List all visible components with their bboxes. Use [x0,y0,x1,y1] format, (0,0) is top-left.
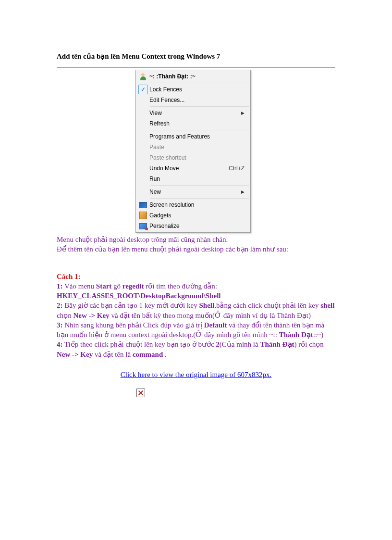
menu-label: Programs and Features [149,133,245,140]
menu-label: ~: :Thành Đạt: :~ [149,73,245,80]
menu-item-run[interactable]: Run [137,174,249,184]
menu-label: Screen resolution [149,201,245,208]
menu-item-new[interactable]: New ▶ [137,187,249,197]
broken-image-icon [136,389,145,397]
menu-separator [150,106,249,107]
original-image-link[interactable]: Click here to view the original image of… [121,371,272,378]
step-4: 4: Tiếp theo click phải chuột lên key bạ… [57,339,335,359]
menu-item-gadgets[interactable]: Gadgets [137,210,249,221]
menu-label: Edit Fences... [149,97,245,103]
menu-item-screen-resolution[interactable]: Screen resolution [137,200,249,210]
menu-separator [150,198,249,199]
menu-item-view[interactable]: View ▶ [137,108,249,118]
registry-path: HKEY_CLASSES_ROOT\DesktopBackground\Shel… [57,291,335,301]
menu-separator [150,185,249,186]
gadgets-icon [137,212,149,219]
menu-label: New [149,188,241,195]
context-menu: ~: :Thành Đạt: :~ ✓ Lock Fences Edit Fen… [135,70,251,233]
menu-label: Gadgets [149,212,245,219]
menu-label: Paste [149,144,245,151]
monitor-icon [137,202,149,208]
horizontal-rule [57,67,335,68]
menu-label: Run [149,176,245,182]
menu-item-user[interactable]: ~: :Thành Đạt: :~ [137,71,249,82]
menu-label: Personalize [149,223,245,229]
submenu-arrow-icon: ▶ [241,111,245,115]
heading-cach-1: Cách 1: [57,272,335,281]
personalize-icon [137,223,149,229]
menu-item-refresh[interactable]: Refresh [137,118,249,129]
page-title: Add tên của bạn lên Menu Context trong W… [57,52,335,61]
menu-item-lock-fences[interactable]: ✓ Lock Fences [137,84,249,95]
menu-item-edit-fences[interactable]: Edit Fences... [137,95,249,105]
menu-label: Refresh [149,120,245,127]
menu-item-personalize[interactable]: Personalize [137,221,249,231]
step-2: 2: Bây giờ các bạn cần tạo 1 key mới dướ… [57,301,335,320]
menu-separator [150,83,249,83]
menu-label: Paste shortcut [149,154,245,161]
menu-label: Undo Move [149,165,229,172]
submenu-arrow-icon: ▶ [241,189,245,194]
intro-line-2: Để thêm tên của bạn lên menu chuột phải … [57,244,335,254]
step-3: 3: Nhìn sang khung bên phải Click đúp và… [57,320,335,340]
menu-label: View [149,110,241,116]
check-icon: ✓ [137,85,149,94]
user-icon [137,73,149,80]
step-1: 1: Vào menu Start gõ regedit rồi tìm the… [57,281,335,291]
menu-item-undo[interactable]: Undo Move Ctrl+Z [137,163,249,174]
intro-line-1: Menu chuột phải ngoài desktop trông mãi … [57,235,335,244]
menu-label: Lock Fences [149,86,245,93]
menu-separator [150,130,249,130]
menu-item-programs[interactable]: Programs and Features [137,131,249,142]
menu-item-paste: Paste [137,142,249,152]
shortcut-text: Ctrl+Z [229,165,245,172]
menu-item-paste-shortcut: Paste shortcut [137,152,249,163]
